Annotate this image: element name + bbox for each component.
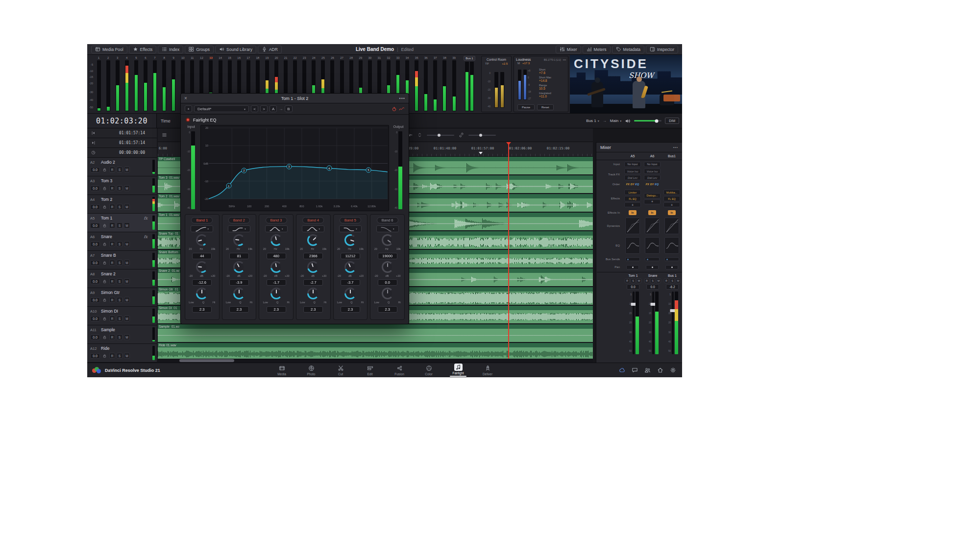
strip-fader[interactable] [633,292,635,354]
add-effect-button[interactable]: + [624,202,641,207]
strip-fader-value[interactable]: 0.0 [646,284,659,290]
eq-band-handle[interactable]: 5 [366,167,371,172]
eq-band-q-value[interactable]: 2.3 [192,306,212,313]
track-m-button[interactable]: M [124,316,130,321]
eq-band-frequency-value[interactable]: 81 [229,253,249,259]
track-s-button[interactable]: S [117,260,122,266]
page-tab-media[interactable]: Media [271,365,293,376]
eq-band-handle[interactable]: 3 [286,164,292,169]
eq-band-q-value[interactable]: 2.3 [303,306,323,313]
overflow-menu-icon[interactable]: ••• [399,96,405,101]
eq-band-enable-button[interactable]: Band 6 [377,217,398,223]
lock-icon[interactable] [102,335,107,340]
lock-icon[interactable] [102,279,107,284]
page-tab-photo[interactable]: Photo [300,365,322,376]
timeline-name-select[interactable]: Timeline 1 [161,114,171,128]
lock-icon[interactable] [102,298,107,302]
strip-m-button[interactable]: M [656,278,661,283]
toolbar-button-sound-library[interactable]: Sound Library [215,46,256,53]
scroll-slider[interactable] [468,135,496,136]
track-s-button[interactable]: S [117,185,122,191]
track-header-a3[interactable]: A3Tom 30.0RSM [87,176,157,195]
eq-band-gain-knob[interactable] [344,261,356,273]
effect-slot[interactable]: Dialogu... [644,193,661,198]
track-header-a6[interactable]: A6Snarefx0.0RSM [87,232,157,251]
eq-band-gain-value[interactable]: -12.6 [192,279,212,286]
eq-band-q-value[interactable]: 2.3 [267,306,286,313]
eq-band-q-value[interactable]: 2.3 [341,306,360,313]
add-preset-button[interactable]: + [185,105,192,112]
effect-slot[interactable]: FL EQ [663,196,680,201]
eq-band-enable-button[interactable]: Band 1 [191,217,213,223]
track-header-a5[interactable]: A5Tom 1fx0.0RSM [87,214,157,232]
eq-band-gain-value[interactable]: -3.9 [229,279,249,286]
compare-a-button[interactable]: A [270,105,277,112]
effects-in-toggle[interactable]: In [668,210,676,215]
playhead[interactable] [508,142,509,359]
track-s-button[interactable]: S [117,278,122,284]
track-header-a10[interactable]: A10Simon DI0.0RSM [87,307,157,325]
eq-band-q-knob[interactable] [307,288,319,299]
link-icon[interactable] [459,132,464,138]
settings-icon[interactable] [670,367,676,373]
track-r-button[interactable]: R [109,167,115,172]
volume-knob[interactable] [655,119,659,122]
eq-band-frequency-value[interactable]: 480 [267,253,286,259]
strip-r-button[interactable]: R [644,278,649,283]
overflow-menu-icon[interactable]: ••• [563,58,566,61]
track-fx-chip[interactable]: Dial Lev [644,175,661,180]
toolbar-button-adr[interactable]: ADR [258,46,282,53]
track-r-button[interactable]: R [109,260,115,266]
track-m-button[interactable]: M [124,353,130,359]
speaker-icon[interactable] [625,118,631,124]
track-header-a4[interactable]: A4Tom 20.0RSM [87,195,157,214]
eq-band-frequency-knob[interactable] [270,234,282,246]
track-m-button[interactable]: M [124,222,130,228]
track-header-a7[interactable]: A7Snare B0.0RSM [87,251,157,269]
eq-band-shape-select[interactable]: ▾ [228,225,250,232]
page-tab-fusion[interactable]: Fusion [389,365,410,376]
track-m-button[interactable]: M [124,334,130,340]
track-m-button[interactable]: M [124,204,130,210]
order-chips[interactable]: FXDYEQ [626,183,639,186]
preset-select[interactable]: Default*▾ [194,105,249,112]
track-volume-value[interactable]: 0.0 [90,242,100,247]
timeline-marker[interactable] [479,152,483,154]
collaboration-icon[interactable] [644,367,651,373]
eq-graph-thumb[interactable] [645,237,660,254]
eq-band-q-value[interactable]: 2.3 [378,306,397,313]
eq-band-gain-value[interactable]: -3.7 [341,279,360,286]
eq-band-handle[interactable]: 4 [326,166,332,171]
track-volume-value[interactable]: 0.0 [90,167,100,172]
monitor-volume-slider[interactable] [634,120,662,122]
page-tab-deliver[interactable]: Deliver [477,365,498,376]
strip-fader-value[interactable]: -6.2 [666,284,679,290]
track-fx-chip[interactable]: Voice Iso [644,169,661,174]
eq-band-shape-select[interactable]: ▾ [302,225,324,232]
eq-band-gain-knob[interactable] [270,261,282,273]
track-header-a8[interactable]: A8Snare 20.0RSM [87,269,157,288]
strip-r-button[interactable]: R [625,278,630,283]
track-header-a12[interactable]: A12Ride0.0RSM [87,344,157,363]
timecode-field[interactable]: 01:01:57:14 [87,138,157,148]
add-effect-button[interactable]: + [644,199,661,204]
track-m-button[interactable]: M [124,260,130,266]
strip-fader[interactable] [652,292,654,354]
spline-curve-icon[interactable] [399,106,405,112]
track-m-button[interactable]: M [124,278,130,284]
eq-band-q-knob[interactable] [270,288,282,299]
list-icon[interactable] [162,132,167,138]
effect-slot[interactable]: Multiba... [663,190,680,195]
effects-in-toggle[interactable]: In [629,210,637,215]
track-volume-value[interactable]: 0.0 [90,335,100,340]
eq-band-shape-select[interactable]: ▾ [265,225,288,232]
track-r-button[interactable]: R [109,222,115,228]
eq-band-gain-knob[interactable] [382,261,393,273]
eq-band-frequency-value[interactable]: 2366 [303,253,323,259]
eq-band-frequency-knob[interactable] [196,234,208,246]
reset-button[interactable]: Reset [537,104,554,110]
lock-icon[interactable] [102,168,107,172]
strip-s-button[interactable]: S [670,278,675,283]
pan-control[interactable] [626,265,639,269]
eq-band-gain-value[interactable]: -1.7 [267,279,286,286]
